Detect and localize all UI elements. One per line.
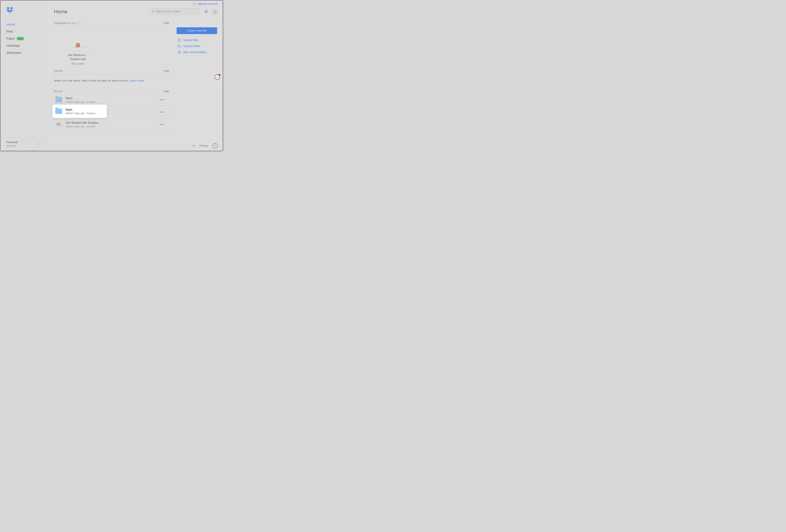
search-box[interactable] <box>149 8 200 15</box>
upgrade-label: Upgrade account <box>197 2 218 5</box>
upload-folder-link[interactable]: Upload folder <box>177 43 217 49</box>
sidebar-item-showcase[interactable]: Showcase <box>0 49 46 56</box>
starred-section-header: Starred Hide <box>54 69 169 74</box>
right-actions-panel: Create new file Upload files Upload fold… <box>177 27 217 55</box>
svg-rect-8 <box>178 39 180 42</box>
upload-file-icon <box>178 39 181 42</box>
hide-starred-link[interactable]: Hide <box>164 69 169 72</box>
new-shared-folder-link[interactable]: New shared folder <box>177 49 217 55</box>
create-new-file-button[interactable]: Create new file <box>177 27 217 34</box>
starred-empty-message: When you star items, they'll show up her… <box>54 74 169 90</box>
svg-line-7 <box>154 12 154 13</box>
recent-section-header: Recent Hide <box>54 90 169 94</box>
file-thumbnail <box>65 30 91 51</box>
main-content: Upgrade account •• Home Suggested for yo… <box>46 0 223 151</box>
section-label: Recent <box>54 90 63 93</box>
account-switcher[interactable]: Personal Only you ▲▼ <box>3 138 44 151</box>
recent-item[interactable]: PDF Get Started with Dropbo…Added 5 days… <box>54 118 169 131</box>
folder-icon <box>71 63 74 65</box>
folder-icon <box>55 97 62 102</box>
account-name: Personal <box>6 141 18 144</box>
more-menu-button[interactable]: ••• <box>192 144 195 147</box>
new-badge: New <box>17 37 24 40</box>
svg-marker-1 <box>10 7 13 9</box>
hide-suggested-link[interactable]: Hide <box>164 22 169 25</box>
sidebar-item-home[interactable]: Home <box>0 21 46 28</box>
upload-files-link[interactable]: Upload files <box>177 37 217 43</box>
action-label: New shared folder <box>183 51 207 54</box>
recent-item-name: Get Started with Dropbo… <box>66 121 101 125</box>
learn-more-link[interactable]: Learn more <box>129 79 144 82</box>
hide-recent-link[interactable]: Hide <box>164 90 169 93</box>
sidebar-item-label: Files <box>6 30 13 33</box>
more-actions-button[interactable]: ••• <box>160 110 168 114</box>
recent-item-meta: Added 5 days ago · Dropbox <box>66 112 95 115</box>
sidebar: Home Files PaperNew HelloSign Showcase P… <box>0 0 46 151</box>
recent-item[interactable]: AppsAdded 5 days ago · Dropbox ••• <box>54 94 169 106</box>
sync-status-badge[interactable] <box>215 74 220 79</box>
avatar[interactable]: •• <box>212 9 218 14</box>
dropbox-logo[interactable] <box>6 7 46 14</box>
sidebar-item-label: HelloSign <box>6 44 20 48</box>
star-icon <box>193 2 196 5</box>
updown-icon: ▲▼ <box>38 141 40 147</box>
suggested-file-card[interactable]: Get Started w…Dropbox.pdf Dropbox <box>62 30 94 65</box>
sidebar-item-label: Paper <box>6 37 15 41</box>
more-actions-button[interactable]: ••• <box>160 122 168 127</box>
help-button[interactable]: ? <box>212 143 218 148</box>
sidebar-item-paper[interactable]: PaperNew <box>0 35 46 42</box>
recent-item-name: Apps <box>66 108 95 112</box>
recent-item-meta: Added 5 days ago · Dropbox <box>66 100 95 103</box>
action-label: Upload files <box>183 39 198 42</box>
suggested-section-header: Suggested for youi Hide <box>54 22 169 26</box>
sidebar-item-label: Home <box>6 23 15 26</box>
more-actions-button[interactable]: ••• <box>160 98 168 102</box>
action-label: Upload folder <box>183 45 200 48</box>
bell-icon <box>204 9 208 13</box>
shared-folder-icon <box>178 51 181 54</box>
starred-msg-text: When you star items, they'll show up her… <box>54 79 129 82</box>
info-icon[interactable]: i <box>77 22 80 25</box>
search-icon <box>152 10 155 13</box>
sidebar-item-hellosign[interactable]: HelloSign <box>0 42 46 49</box>
recent-item-meta: Added 5 days ago · Dropbox <box>66 125 101 128</box>
pdf-icon: PDF <box>56 121 62 127</box>
svg-marker-0 <box>6 7 10 9</box>
svg-point-6 <box>153 10 154 12</box>
file-folder-label: Dropbox <box>75 62 85 65</box>
section-label: Starred <box>54 69 63 72</box>
sidebar-nav: Home Files PaperNew HelloSign Showcase <box>0 21 46 138</box>
file-title-line: Dropbox.pdf <box>70 57 86 61</box>
upgrade-account-link[interactable]: Upgrade account <box>193 2 218 5</box>
svg-marker-5 <box>193 3 196 5</box>
privacy-link[interactable]: Privacy <box>200 144 208 147</box>
section-label: Suggested for you <box>54 22 76 25</box>
account-subtitle: Only you <box>6 144 18 147</box>
svg-point-9 <box>179 52 180 53</box>
file-title-line: Get Started w… <box>68 53 88 57</box>
upload-folder-icon <box>178 45 181 48</box>
highlighted-recent-item[interactable]: Apps Added 5 days ago · Dropbox <box>52 104 107 118</box>
recent-item-name: Apps <box>66 96 95 100</box>
notifications-button[interactable] <box>204 9 208 14</box>
folder-icon <box>55 108 62 114</box>
check-icon <box>216 76 218 78</box>
notification-dot <box>218 74 221 76</box>
sidebar-item-files[interactable]: Files <box>0 28 46 35</box>
sidebar-item-label: Showcase <box>6 51 21 55</box>
search-input[interactable] <box>156 10 196 13</box>
